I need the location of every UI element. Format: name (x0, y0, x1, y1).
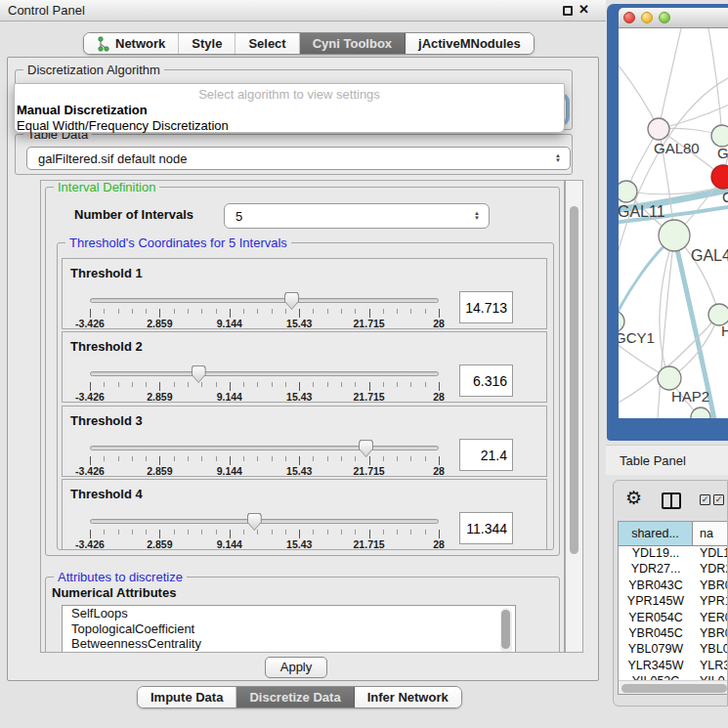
tab-select[interactable]: Select (236, 33, 299, 54)
table-header-row: shared... na (619, 522, 728, 546)
table-row[interactable]: YBR043CYBR0 (619, 578, 728, 594)
algorithm-dropdown-popup: Select algorithm to view settings Manual… (14, 83, 565, 133)
slider-tick-label: -3.426 (75, 538, 105, 550)
table-row[interactable]: YBR045CYBR0 (619, 626, 728, 642)
table-row[interactable]: YER054CYER0 (619, 611, 728, 626)
column-header-name[interactable]: na (693, 522, 728, 545)
threshold-3-slider[interactable]: -3.4262.8599.14415.4321.71528 (90, 442, 439, 475)
tab-label: jActiveMNodules (418, 36, 521, 51)
table-horizontal-scrollbar[interactable] (619, 680, 728, 694)
threshold-4-slider[interactable]: -3.4262.8599.14415.4321.71528 (90, 515, 439, 548)
slider-tick-label: 21.715 (354, 538, 385, 550)
table-panel-titlebar: Table Panel (606, 445, 728, 475)
threshold-label: Threshold 3 (70, 413, 143, 428)
tab-label: Select (248, 36, 285, 51)
slider-track[interactable] (90, 298, 439, 303)
list-scrollbar-thumb[interactable] (501, 610, 510, 649)
slider-track[interactable] (90, 371, 439, 376)
tab-infer-network[interactable]: Infer Network (355, 687, 461, 707)
control-panel-titlebar: Control Panel ✕ (0, 0, 606, 21)
network-node-gal80[interactable] (648, 118, 669, 140)
attribute-list-item[interactable]: TopologicalCoefficient (63, 621, 515, 637)
network-edge[interactable] (619, 58, 659, 129)
attribute-list-item[interactable]: BetweennessCentrality (63, 636, 515, 652)
slider-ticks (90, 456, 440, 465)
tab-discretize-data[interactable]: Discretize Data (236, 687, 354, 707)
tab-jactivemnodules[interactable]: jActiveMNodules (406, 33, 534, 54)
dropdown-placeholder-option[interactable]: Select algorithm to view settings (15, 87, 564, 102)
threshold-2-slider[interactable]: -3.4262.8599.14415.4321.71528 (90, 367, 439, 401)
column-layout-icon[interactable] (662, 492, 681, 509)
table-data-combobox[interactable]: galFiltered.sif default node ▲▼ (26, 147, 571, 170)
tab-cyni-toolbox[interactable]: Cyni Toolbox (300, 33, 406, 54)
table-row[interactable]: YPR145WYPR1 (619, 594, 728, 610)
network-edge[interactable] (659, 28, 681, 129)
slider-tick-label: 15.43 (286, 391, 312, 403)
threshold-label: Threshold 4 (70, 487, 143, 501)
network-node-label: GCY1 (619, 329, 655, 346)
column-header-shared-name[interactable]: shared... (619, 522, 693, 545)
slider-track[interactable] (90, 519, 439, 524)
tab-label: Infer Network (367, 690, 449, 705)
network-canvas[interactable]: GAL80GACGAL11GAL4GCY1HHAP2 (619, 28, 728, 418)
network-node-hap2[interactable] (658, 366, 681, 390)
network-node-selected-red[interactable] (711, 165, 728, 189)
close-icon[interactable]: ✕ (578, 2, 589, 17)
slider-thumb[interactable] (192, 365, 206, 383)
slider-thumb[interactable] (247, 513, 262, 531)
threshold-value-field[interactable] (459, 512, 513, 544)
threshold-2-block: Threshold 2 -3.4262.8599.14415.4321.7152… (62, 331, 547, 403)
checkbox-icon[interactable]: ✓ (700, 494, 710, 505)
table-row[interactable]: YLR345WYLR3 (619, 659, 728, 674)
tab-label: Cyni Toolbox (313, 36, 392, 51)
slider-ticks (90, 309, 440, 318)
slider-tick-label: 21.715 (354, 465, 385, 477)
tab-impute-data[interactable]: Impute Data (138, 687, 236, 707)
settings-vertical-scrollbar[interactable] (565, 180, 583, 653)
list-scrollbar[interactable] (500, 608, 512, 653)
table-row[interactable]: YDL19...YDL1 (619, 546, 728, 562)
threshold-label: Threshold 1 (70, 266, 143, 280)
threshold-value-field[interactable] (459, 291, 513, 323)
threshold-value-field[interactable] (459, 364, 513, 397)
slider-tick-labels: -3.4262.8599.14415.4321.71528 (90, 465, 439, 477)
network-node-top-right[interactable] (711, 125, 728, 147)
numerical-attributes-list[interactable]: SelfLoopsTopologicalCoefficientBetweenne… (62, 605, 516, 653)
network-node-label: GAL11 (619, 203, 665, 220)
network-edge[interactable] (708, 28, 722, 136)
attribute-list-item[interactable]: SelfLoops (63, 606, 515, 621)
mac-close-button[interactable] (623, 12, 635, 23)
top-tabstrip: Network Style Select Cyni Toolbox jActiv… (83, 32, 535, 55)
group-label: Threshold's Coordinates for 5 Intervals (65, 236, 291, 250)
slider-tick-label: 2.859 (147, 318, 172, 329)
apply-button[interactable]: Apply (265, 657, 327, 678)
dropdown-option-equal-width-frequency[interactable]: Equal Width/Frequency Discretization (17, 118, 229, 133)
table-row[interactable]: YBL079WYBL0 (619, 642, 728, 658)
slider-tick-label: 9.144 (217, 465, 242, 477)
network-window-titlebar[interactable] (619, 8, 728, 28)
slider-track[interactable] (90, 446, 439, 450)
slider-thumb[interactable] (284, 292, 299, 310)
slider-tick-labels: -3.4262.8599.14415.4321.71528 (90, 538, 439, 550)
slider-tick-label: 15.43 (286, 538, 312, 550)
threshold-value-field[interactable] (459, 439, 513, 471)
settings-gear-icon[interactable]: ⚙ (625, 487, 642, 509)
mac-minimize-button[interactable] (641, 12, 653, 23)
mac-zoom-button[interactable] (659, 12, 670, 23)
threshold-1-slider[interactable]: -3.4262.8599.14415.4321.71528 (90, 294, 439, 327)
tab-label: Network (115, 36, 165, 51)
checkbox-icon[interactable]: ✓ (713, 494, 724, 505)
number-of-intervals-combobox[interactable]: 5 ▲▼ (224, 203, 490, 229)
tab-network[interactable]: Network (84, 33, 179, 54)
tab-style[interactable]: Style (179, 33, 236, 54)
network-node-bottom-partial[interactable] (691, 407, 710, 418)
scrollbar-thumb[interactable] (570, 206, 578, 554)
slider-thumb[interactable] (359, 440, 373, 457)
network-node-label: GAL4 (691, 247, 728, 264)
table-row[interactable]: YDR27...YDR2 (619, 562, 728, 578)
network-node-gal11[interactable] (619, 181, 637, 202)
float-window-icon[interactable] (563, 6, 573, 16)
dropdown-option-manual-discretization[interactable]: Manual Discretization (17, 103, 148, 117)
network-node-gal4[interactable] (659, 220, 690, 251)
scrollbar-thumb[interactable] (621, 684, 727, 693)
